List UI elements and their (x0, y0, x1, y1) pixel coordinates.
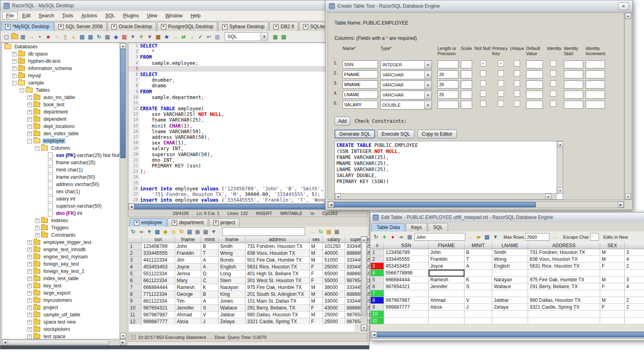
cell[interactable] (528, 270, 600, 277)
menu-window[interactable]: Window (162, 12, 186, 19)
tree-item[interactable]: +db space (2, 50, 126, 58)
cell[interactable] (429, 318, 464, 324)
primary-key-checkbox[interactable] (498, 70, 504, 76)
cell[interactable] (384, 318, 429, 324)
column-type-select[interactable]: VARCHAR▼ (380, 80, 432, 89)
row-number[interactable]: 4 (128, 264, 142, 270)
cell[interactable]: 666884444 (384, 277, 429, 283)
add-column-button[interactable]: Add (334, 117, 350, 126)
cell[interactable]: Jennifer (429, 283, 464, 290)
scale-input[interactable] (461, 80, 472, 89)
cell[interactable] (528, 311, 600, 318)
cell[interactable]: Ramesh (429, 277, 464, 283)
cell[interactable] (429, 270, 464, 277)
unique-checkbox[interactable] (514, 80, 520, 87)
close-icon[interactable]: ✕ (303, 24, 308, 29)
column-name-input[interactable] (343, 80, 378, 89)
cell[interactable]: Jennifer (175, 305, 201, 312)
cell[interactable]: 980 Dallas, Houston TX (246, 312, 310, 318)
chevron-down-icon[interactable]: ▼ (424, 101, 431, 109)
escape-char-input[interactable] (590, 233, 599, 241)
cell[interactable]: 771122334 (142, 291, 175, 298)
cell[interactable]: 666884444 (142, 284, 175, 291)
cell[interactable]: Narayan (219, 284, 246, 291)
cell[interactable]: M (310, 284, 323, 291)
results-spreadsheet-icon[interactable] (333, 228, 341, 235)
table-row[interactable]: 8771122334GeorgeBKing201 South St, Arlin… (128, 291, 388, 298)
close-icon[interactable]: ✕ (222, 24, 227, 29)
column-type-select[interactable]: DOUBLE▼ (380, 101, 432, 109)
identity-increment-input[interactable] (586, 80, 605, 89)
tree-item[interactable]: salary int (2, 195, 126, 202)
cell[interactable]: 40000 (323, 250, 345, 257)
tree-item[interactable]: Databases (2, 43, 126, 50)
scroll-left-icon[interactable]: ◀ (335, 194, 341, 200)
cell[interactable]: 2 (625, 297, 644, 304)
cell[interactable]: Wong (492, 256, 528, 263)
results-tab-department[interactable]: ✕department (167, 218, 208, 227)
not-null-checkbox[interactable] (480, 60, 486, 66)
cell[interactable]: 38000 (323, 284, 345, 291)
scale-input[interactable] (461, 101, 472, 109)
edit-hscroll-thumb[interactable] (377, 332, 644, 337)
close-icon[interactable]: ✕ (213, 220, 219, 225)
cell[interactable]: 101 Main St, Dallas TX (246, 298, 310, 305)
menu-plugins[interactable]: Plugins (120, 12, 142, 19)
cell[interactable]: Bonds (219, 257, 246, 264)
identity-checkbox[interactable] (550, 101, 556, 107)
close-icon[interactable]: ✕ (5, 24, 10, 29)
tree-item[interactable]: +stockpickers (2, 326, 126, 333)
cell[interactable] (464, 290, 492, 297)
cell[interactable]: 980 Dallas, Houston TX (528, 297, 600, 304)
close-icon[interactable]: ✕ (58, 24, 64, 29)
cell[interactable]: 3321 Castle, Spring TX (528, 304, 600, 311)
length-input[interactable] (438, 101, 458, 109)
layers-icon[interactable] (121, 33, 128, 40)
cell[interactable]: 123456789 (384, 249, 429, 256)
cell[interactable]: V (464, 297, 492, 304)
cell[interactable]: Zelaya (492, 304, 528, 311)
expand-icon[interactable]: + (27, 240, 32, 245)
length-input[interactable] (438, 80, 458, 89)
edit-go-icon[interactable] (466, 233, 474, 241)
cell[interactable]: V (201, 312, 219, 318)
edit-table-horizontal-scrollbar[interactable]: ◀ (371, 331, 644, 338)
edit-save-icon[interactable] (406, 233, 413, 241)
not-null-checkbox[interactable] (480, 70, 486, 76)
column-type-select[interactable]: VARCHAR▼ (380, 70, 432, 79)
edit-filter-icon[interactable] (492, 233, 499, 241)
compare-icon[interactable] (112, 33, 120, 40)
cell[interactable]: 731 Fondren, Houston TX (528, 249, 600, 256)
column-type-select[interactable]: INTEGER▼ (380, 60, 432, 69)
scale-input[interactable] (461, 70, 472, 78)
connection-tab-1[interactable]: ✕*MySQL Desktop (1, 22, 54, 31)
table-row[interactable]: 5551122334JennaDLong401 High St, Bellair… (128, 270, 388, 277)
cell[interactable] (600, 318, 625, 324)
new-file-icon[interactable] (3, 33, 10, 40)
scroll-up-icon[interactable]: ▲ (557, 141, 563, 147)
cell[interactable]: King (219, 291, 246, 298)
default-value-input[interactable] (526, 80, 543, 89)
row-number[interactable]: 5 (371, 277, 384, 283)
cell[interactable]: Alicia (429, 304, 464, 311)
cell[interactable]: 975 Fire Oak, Humble TX (528, 277, 600, 283)
row-number[interactable]: 9 (128, 298, 142, 305)
cell[interactable]: Smith (492, 249, 528, 256)
expand-icon[interactable]: + (27, 117, 32, 122)
expand-icon[interactable]: + (27, 95, 32, 100)
table-row[interactable]: 12999887777AliciaJZelaya3321 Castle, Spr… (128, 318, 388, 325)
cell[interactable]: John (175, 243, 201, 250)
expand-icon[interactable]: + (27, 277, 32, 281)
cell[interactable]: Narayan (492, 277, 528, 283)
row-number[interactable]: 7 (371, 290, 384, 297)
expand-icon[interactable]: + (27, 248, 32, 252)
cell[interactable]: M (310, 243, 323, 250)
edit-edit-cell-icon[interactable] (483, 233, 491, 241)
chevron-down-icon[interactable]: ▼ (424, 91, 431, 99)
cell[interactable]: 4 (625, 283, 644, 290)
cell[interactable]: Ahmad (175, 312, 201, 318)
tree-item[interactable]: +hyphen-db-test (2, 58, 126, 65)
menu-edit[interactable]: Edit (19, 12, 34, 19)
cell[interactable]: 40000 (323, 291, 345, 298)
cell[interactable]: 5631 Rice, Houston TX (246, 264, 310, 270)
